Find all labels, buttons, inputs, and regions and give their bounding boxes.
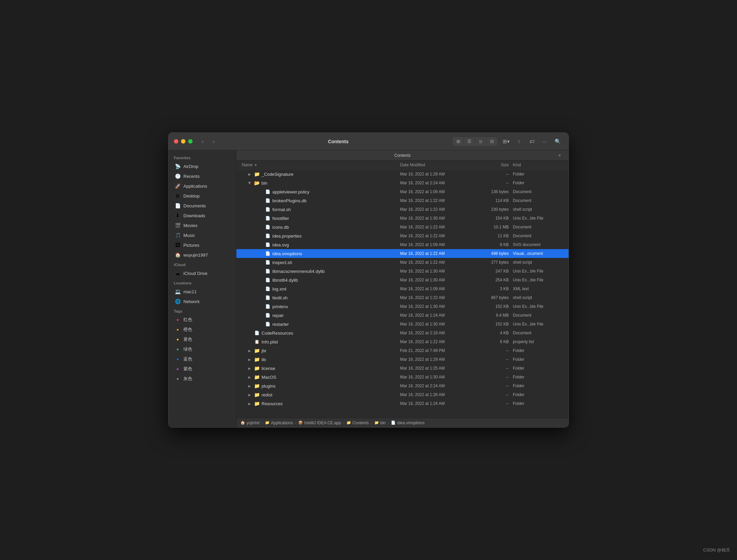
column-kind-header[interactable]: Kind [509,163,563,167]
expand-arrow-icon[interactable]: ▶ [247,349,252,353]
expand-arrow-icon[interactable]: ▶ [247,358,252,361]
sidebar-item-applications[interactable]: 🚀 Applications [170,181,234,191]
more-button[interactable]: ··· [539,137,550,146]
search-button[interactable]: 🔍 [552,137,563,146]
table-row[interactable]: ▶ 📄 log.xml Mar 16, 2022 at 1:09 AM 3 KB… [236,284,569,293]
group-button[interactable]: ⊞▾ [501,137,511,146]
tag-red-icon: ● [175,317,181,323]
file-kind: Unix Ex...ble File [509,216,563,221]
column-size-header[interactable]: Size [475,163,509,167]
file-date: Mar 16, 2022 at 2:24 AM [400,384,475,388]
table-row[interactable]: ▶ 📄 libmacscreenmenu64.dylib Mar 16, 202… [236,267,569,276]
table-row[interactable]: ▶ 📋 Info.plist Mar 16, 2022 at 1:22 AM 6… [236,337,569,346]
sidebar-item-music[interactable]: 🎵 Music [170,230,234,240]
sidebar-item-tag-green[interactable]: ● 绿色 [170,344,234,354]
sidebar-item-recents[interactable]: 🕐 Recents [170,171,234,181]
table-row[interactable]: ▶ 📁 lib Mar 16, 2022 at 1:29 AM -- Folde… [236,355,569,364]
sidebar-item-tag-yellow[interactable]: ● 黄色 [170,335,234,344]
sidebar-item-tag-blue[interactable]: ● 蓝色 [170,354,234,364]
table-row[interactable]: ▶ 📄 format.sh Mar 16, 2022 at 1:22 AM 23… [236,205,569,214]
sidebar-item-tag-gray[interactable]: ● 灰色 [170,374,234,384]
table-row[interactable]: ▶ 📄 icons.db Mar 16, 2022 at 1:22 AM 10.… [236,223,569,231]
breadcrumb-file[interactable]: 📄 idea.vmoptions [391,421,425,425]
table-row[interactable]: ▶ 📂 bin Mar 16, 2022 at 2:24 AM -- Folde… [236,179,569,187]
file-date: Mar 16, 2022 at 1:30 AM [400,304,475,309]
table-row[interactable]: ▶ 📁 redist Mar 16, 2022 at 1:26 AM -- Fo… [236,390,569,399]
breadcrumb-contents[interactable]: 📁 Contents [346,421,369,425]
home-breadcrumb-icon: 🏠 [240,421,245,425]
file-name: idea.vmoptions [272,251,302,256]
sidebar-item-desktop[interactable]: 🖥 Desktop [170,191,234,201]
sidebar-item-mac11[interactable]: 💻 mac11 [170,287,234,296]
table-row[interactable]: ▶ 📁 Resources Mar 16, 2022 at 1:24 AM --… [236,399,569,408]
table-row[interactable]: ▶ 📄 idea.vmoptions Mar 16, 2022 at 1:22 … [236,249,569,258]
tag-gray-icon: ● [175,376,181,382]
minimize-button[interactable] [181,139,185,144]
add-button[interactable]: + [556,152,563,159]
tag-button[interactable]: 🏷 [526,137,537,146]
table-row[interactable]: ▶ 📁 plugins Mar 16, 2022 at 2:24 AM -- F… [236,381,569,390]
sidebar-item-tag-purple[interactable]: ● 紫色 [170,364,234,374]
file-size: 114 KB [475,198,509,203]
forward-button[interactable]: › [209,137,218,146]
maximize-button[interactable] [188,139,193,144]
table-row[interactable]: ▶ 📄 libnst64.dylib Mar 16, 2022 at 1:30 … [236,276,569,284]
sidebar-item-movies[interactable]: 🎬 Movies [170,221,234,230]
sidebar-item-tag-orange[interactable]: ● 橙色 [170,325,234,334]
breadcrumb-sep-4: › [371,421,372,425]
expand-arrow-icon[interactable]: ▶ [247,375,252,379]
expand-arrow-icon[interactable]: ▶ [247,367,252,370]
file-name: license [262,366,275,371]
column-view-button[interactable]: ⫼ [475,137,486,146]
folder-icon: 📁 [254,392,259,397]
table-row[interactable]: ▶ 📄 CodeResources Mar 16, 2022 at 2:18 A… [236,329,569,337]
share-button[interactable]: ↑ [514,137,524,146]
sidebar-item-network[interactable]: 🌐 Network [170,297,234,306]
table-row[interactable]: ▶ 📄 idea.properties Mar 16, 2022 at 1:22… [236,231,569,240]
column-date-header[interactable]: Date Modified [400,163,475,167]
table-row[interactable]: ▶ 📁 jbr Feb 21, 2022 at 7:49 PM -- Folde… [236,346,569,355]
back-button[interactable]: ‹ [198,137,208,146]
icon-view-button[interactable]: ⊞ [453,137,464,146]
icloud-icon: ☁ [175,270,181,276]
sidebar-network-label: Network [183,299,200,304]
table-row[interactable]: ▶ 📄 ltedit.sh Mar 16, 2022 at 1:22 AM 86… [236,293,569,302]
sidebar-item-documents[interactable]: 📄 Documents [170,201,234,210]
table-row[interactable]: ▶ 📄 brokenPlugins.db Mar 16, 2022 at 1:2… [236,196,569,205]
table-row[interactable]: ▶ 📄 repair Mar 16, 2022 at 1:24 AM 9.4 M… [236,311,569,320]
column-name-header[interactable]: Name ▼ [242,163,400,167]
table-row[interactable]: ▶ 📁 _CodeSignature Mar 16, 2022 at 1:29 … [236,170,569,179]
sidebar-item-icloud-drive[interactable]: ☁ iCloud Drive [170,268,234,278]
expand-arrow-icon[interactable]: ▶ [247,172,252,176]
table-row[interactable]: ▶ 📄 inspect.sh Mar 16, 2022 at 1:22 AM 2… [236,258,569,267]
table-row[interactable]: ▶ 📄 idea.svg Mar 16, 2022 at 1:09 AM 8 K… [236,240,569,249]
list-view-button[interactable]: ☰ [464,137,475,146]
expand-arrow-icon[interactable]: ▶ [248,181,252,185]
breadcrumb-applications[interactable]: 📁 Applications [265,421,293,425]
expand-arrow-icon[interactable]: ▶ [247,393,252,397]
breadcrumb-bin[interactable]: 📁 bin [374,421,386,425]
table-row[interactable]: ▶ 📄 appletviewer.policy Mar 16, 2022 at … [236,187,569,196]
file-date: Mar 16, 2022 at 1:09 AM [400,242,475,247]
expand-arrow-icon[interactable]: ▶ [247,384,252,388]
table-row[interactable]: ▶ 📄 restarter Mar 16, 2022 at 1:30 AM 15… [236,320,569,329]
sidebar-item-home[interactable]: 🏠 wuyujin1997 [170,250,234,260]
table-row[interactable]: ▶ 📁 MacOS Mar 16, 2022 at 1:30 AM -- Fol… [236,373,569,381]
file-kind: Unix Ex...ble File [509,278,563,282]
sidebar-item-tag-red[interactable]: ● 红色 [170,315,234,324]
column-headers: Name ▼ Date Modified Size Kind [236,161,569,170]
sidebar-item-airdrop[interactable]: 📡 AirDrop [170,162,234,171]
bin-breadcrumb-icon: 📁 [374,421,379,425]
sidebar-item-pictures[interactable]: 🖼 Pictures [170,240,234,250]
file-size: -- [475,375,509,379]
table-row[interactable]: ▶ 📄 printenv Mar 16, 2022 at 1:30 AM 152… [236,302,569,311]
sidebar-item-downloads[interactable]: ⬇ Downloads [170,211,234,220]
file-date: Mar 16, 2022 at 1:22 AM [400,260,475,265]
breadcrumb-home[interactable]: 🏠 yujinhd [240,421,259,425]
table-row[interactable]: ▶ 📄 fsnotifier Mar 16, 2022 at 1:30 AM 1… [236,214,569,223]
gallery-view-button[interactable]: ⊟ [486,137,497,146]
breadcrumb-intellij[interactable]: 📦 IntelliJ IDEA CE.app [298,421,341,425]
close-button[interactable] [174,139,178,144]
table-row[interactable]: ▶ 📁 license Mar 16, 2022 at 1:25 AM -- F… [236,364,569,373]
expand-arrow-icon[interactable]: ▶ [247,402,252,406]
